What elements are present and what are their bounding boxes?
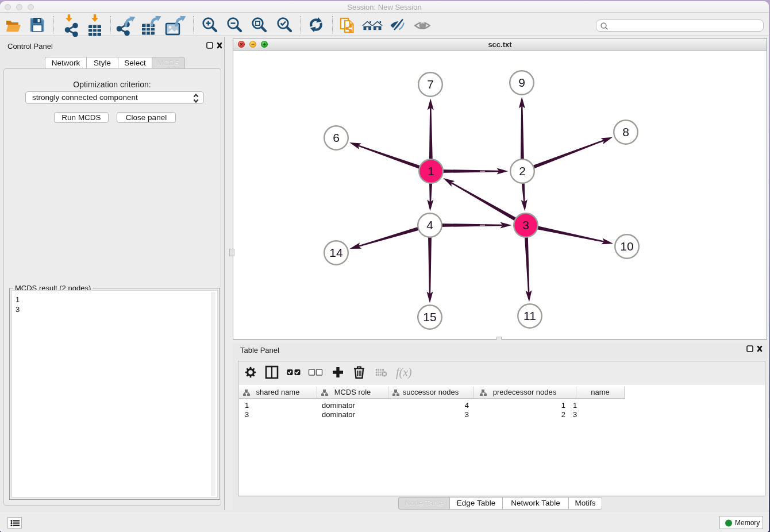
svg-text:2: 2 bbox=[519, 164, 526, 178]
svg-text:3: 3 bbox=[522, 218, 529, 232]
svg-text:14: 14 bbox=[329, 246, 343, 259]
svg-text:10: 10 bbox=[620, 240, 633, 253]
svg-text:7: 7 bbox=[427, 78, 434, 91]
svg-text:8: 8 bbox=[622, 125, 629, 138]
svg-text:f(x): f(x) bbox=[396, 366, 412, 379]
svg-text:6: 6 bbox=[333, 131, 340, 144]
svg-text:1: 1 bbox=[428, 164, 434, 178]
svg-text:4: 4 bbox=[426, 218, 433, 232]
svg-text:11: 11 bbox=[523, 309, 536, 322]
svg-text:9: 9 bbox=[518, 76, 525, 89]
svg-text:15: 15 bbox=[423, 310, 436, 323]
